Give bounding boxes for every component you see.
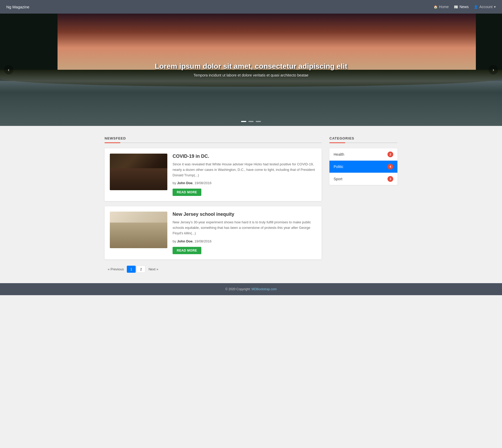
carousel-dot-1[interactable] bbox=[241, 121, 246, 122]
article-2-body: New Jersey school inequity New Jersey's … bbox=[173, 212, 316, 254]
category-health-label: Health bbox=[334, 152, 344, 156]
article-2-date: 19/08/2016 bbox=[195, 239, 212, 243]
pagination-page-2[interactable]: 2 bbox=[137, 266, 145, 273]
main-content: NEWSFEED COVID-19 in DC. Since it was re… bbox=[99, 136, 403, 273]
article-1-body: COVID-19 in DC. Since it was revealed th… bbox=[173, 154, 316, 196]
category-health[interactable]: Health 2 bbox=[329, 148, 397, 161]
carousel-dot-2[interactable] bbox=[248, 121, 254, 122]
pagination: « Previous 1 2 Next » bbox=[106, 266, 322, 273]
nav-news-label: News bbox=[459, 5, 469, 9]
article-1-image bbox=[110, 154, 167, 190]
nav-home-label: Home bbox=[439, 5, 449, 9]
category-politic-label: Politic bbox=[334, 165, 343, 169]
news-card-2: New Jersey school inequity New Jersey's … bbox=[105, 206, 322, 259]
article-1-meta: by John Doe, 19/08/2016 bbox=[173, 181, 316, 185]
newsfeed-divider bbox=[105, 142, 322, 143]
article-1-title: COVID-19 in DC. bbox=[173, 154, 316, 159]
category-sport[interactable]: Sport 3 bbox=[329, 173, 397, 185]
article-2-read-more[interactable]: READ MORE bbox=[173, 247, 201, 254]
nav-account[interactable]: 👤 Account ▾ bbox=[474, 5, 496, 9]
carousel-prev-button[interactable]: ‹ bbox=[4, 65, 13, 74]
carousel-next-button[interactable]: › bbox=[489, 65, 498, 74]
pagination-page-1[interactable]: 1 bbox=[127, 266, 135, 273]
categories-divider bbox=[329, 142, 397, 143]
footer-text: © 2020 Copyright: bbox=[225, 287, 251, 291]
category-sport-label: Sport bbox=[334, 177, 342, 181]
article-1-read-more[interactable]: READ MORE bbox=[173, 189, 201, 196]
article-2-title: New Jersey school inequity bbox=[173, 212, 316, 217]
article-1-date: 19/08/2016 bbox=[195, 181, 212, 185]
sidebar: CATEGORIES Health 2 Politic 4 Sport 3 bbox=[329, 136, 397, 185]
carousel-indicators bbox=[241, 121, 261, 122]
newsfeed-title: NEWSFEED bbox=[105, 136, 322, 140]
pagination-next-button[interactable]: Next » bbox=[146, 266, 161, 272]
category-health-count: 2 bbox=[387, 152, 393, 157]
carousel-caption: Lorem ipsum dolor sit amet, consectetur … bbox=[155, 62, 347, 77]
account-icon: 👤 bbox=[474, 5, 478, 9]
carousel-subtitle: Tempora incidunt ut labore et dolore ver… bbox=[155, 73, 347, 77]
category-sport-count: 3 bbox=[387, 176, 393, 182]
article-2-excerpt: New Jersey's 30-year experiment shows ho… bbox=[173, 220, 316, 236]
hero-carousel: ‹ › Lorem ipsum dolor sit amet, consecte… bbox=[0, 14, 502, 126]
categories-title: CATEGORIES bbox=[329, 136, 397, 140]
article-1-author: John Doe bbox=[177, 181, 192, 185]
category-politic-count: 4 bbox=[387, 164, 393, 170]
categories-list: Health 2 Politic 4 Sport 3 bbox=[329, 148, 397, 185]
article-2-image bbox=[110, 212, 167, 248]
chevron-down-icon: ▾ bbox=[494, 5, 496, 9]
pagination-prev-button[interactable]: « Previous bbox=[106, 266, 126, 272]
navbar-links: 🏠 Home 📰 News 👤 Account ▾ bbox=[433, 5, 496, 9]
article-2-meta: by John Doe, 19/08/2016 bbox=[173, 239, 316, 243]
nav-account-label: Account bbox=[479, 5, 493, 9]
carousel-title: Lorem ipsum dolor sit amet, consectetur … bbox=[155, 62, 347, 71]
navbar-brand[interactable]: Ng Magazine bbox=[6, 5, 29, 9]
footer-link[interactable]: MDBootstrap.com bbox=[252, 287, 277, 291]
newsfeed-section: NEWSFEED COVID-19 in DC. Since it was re… bbox=[105, 136, 322, 273]
nav-news[interactable]: 📰 News bbox=[454, 5, 469, 9]
carousel-dot-3[interactable] bbox=[256, 121, 261, 122]
nav-home[interactable]: 🏠 Home bbox=[433, 5, 449, 9]
news-icon: 📰 bbox=[454, 5, 458, 9]
footer: © 2020 Copyright: MDBootstrap.com bbox=[0, 283, 502, 295]
article-1-excerpt: Since it was revealed that White House a… bbox=[173, 162, 316, 178]
navbar: Ng Magazine 🏠 Home 📰 News 👤 Account ▾ bbox=[0, 0, 502, 14]
category-politic[interactable]: Politic 4 bbox=[329, 161, 397, 173]
home-icon: 🏠 bbox=[433, 5, 438, 9]
article-2-author: John Doe bbox=[177, 239, 192, 243]
news-card-1: COVID-19 in DC. Since it was revealed th… bbox=[105, 148, 322, 201]
